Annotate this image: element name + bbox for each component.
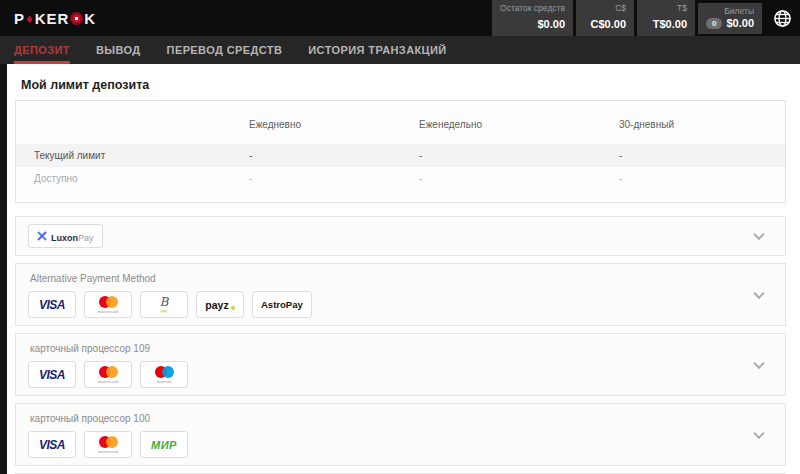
transactions-nav: ДЕПОЗИТ ВЫВОД ПЕРЕВОД СРЕДСТВ ИСТОРИЯ ТР… bbox=[0, 36, 800, 64]
balance-label: Билеты bbox=[706, 6, 754, 17]
logo-diamond-icon: ♦ bbox=[26, 11, 34, 26]
pokerok-logo[interactable]: P♦KERK bbox=[14, 10, 96, 27]
table-row-current-limit: Текущий лимит - - - bbox=[16, 144, 785, 167]
payz-logo: payz bbox=[196, 291, 244, 318]
balance-label: Остаток средств bbox=[500, 3, 565, 14]
balance-group: Остаток средств $0.00 C$ C$0.00 T$ T$0.0… bbox=[492, 0, 792, 36]
balance-tdollar: T$ T$0.00 bbox=[637, 0, 695, 36]
page-title: Мой лимит депозита bbox=[21, 78, 786, 92]
method-row-alternative[interactable]: Alternative Payment Method VISA masterca… bbox=[15, 263, 786, 326]
method-label: Alternative Payment Method bbox=[30, 273, 745, 284]
method-row-processor-109[interactable]: карточный процессор 109 VISA mastercard … bbox=[15, 333, 786, 396]
balance-cash: Остаток средств $0.00 bbox=[492, 0, 573, 36]
cell-value: - bbox=[401, 144, 601, 167]
visa-logo: VISA bbox=[28, 361, 76, 388]
tab-transfer[interactable]: ПЕРЕВОД СРЕДСТВ bbox=[167, 36, 283, 64]
mastercard-logo: mastercard bbox=[84, 291, 132, 318]
balance-label: C$ bbox=[584, 3, 626, 14]
chevron-down-icon bbox=[753, 357, 764, 368]
cell-value: - bbox=[601, 167, 785, 190]
deposit-content: Мой лимит депозита Ежедневно Еженедельно… bbox=[0, 64, 800, 474]
logo-chip-icon bbox=[70, 12, 83, 25]
mastercard-logo: mastercard bbox=[84, 431, 132, 458]
payz-dot-icon bbox=[231, 306, 235, 310]
maestro-logo: maestro bbox=[140, 361, 188, 388]
col-30day: 30-дневный bbox=[619, 119, 785, 130]
row-label: Доступно bbox=[16, 167, 231, 190]
luxonpay-x-icon bbox=[37, 231, 47, 241]
balance-value: $0.00 bbox=[537, 18, 565, 30]
method-row-luxonpay[interactable]: LuxonPay bbox=[15, 216, 786, 256]
tab-deposit[interactable]: ДЕПОЗИТ bbox=[14, 36, 70, 64]
balance-tickets: Билеты 0 $0.00 bbox=[698, 3, 762, 34]
chevron-down-icon bbox=[753, 427, 764, 438]
tab-history[interactable]: ИСТОРИЯ ТРАНЗАКЦИЙ bbox=[308, 36, 446, 64]
chevron-down-icon bbox=[753, 287, 764, 298]
cell-value: - bbox=[231, 144, 401, 167]
balance-value: T$0.00 bbox=[653, 18, 687, 30]
tab-withdrawal[interactable]: ВЫВОД bbox=[96, 36, 141, 64]
visa-logo: VISA bbox=[28, 291, 76, 318]
bpay-logo: B pay bbox=[140, 291, 188, 318]
method-row-processor-100[interactable]: карточный процессор 100 VISA mastercard … bbox=[15, 403, 786, 466]
balance-cdollar: C$ C$0.00 bbox=[576, 0, 634, 36]
col-daily: Ежедневно bbox=[249, 119, 419, 130]
deposit-limits-table: Ежедневно Еженедельно 30-дневный Текущий… bbox=[15, 100, 786, 203]
cell-value: - bbox=[601, 144, 785, 167]
balance-value: $0.00 bbox=[726, 17, 754, 30]
cell-value: - bbox=[401, 167, 601, 190]
logo-text: K bbox=[84, 10, 96, 27]
mir-logo: МИР bbox=[140, 431, 188, 458]
language-globe-icon[interactable] bbox=[773, 9, 792, 28]
astropay-logo: AstroPay bbox=[252, 291, 312, 318]
logo-text: P bbox=[14, 10, 25, 27]
logo-text: KER bbox=[35, 10, 70, 27]
mastercard-logo: mastercard bbox=[84, 361, 132, 388]
table-row-available: Доступно - - - bbox=[16, 167, 785, 190]
visa-logo: VISA bbox=[28, 431, 76, 458]
balance-label: T$ bbox=[645, 3, 687, 14]
chevron-down-icon bbox=[753, 229, 764, 240]
method-label: карточный процессор 109 bbox=[30, 343, 745, 354]
method-label: карточный процессор 100 bbox=[30, 413, 745, 424]
col-weekly: Еженедельно bbox=[419, 119, 619, 130]
top-bar: P♦KERK Остаток средств $0.00 C$ C$0.00 T… bbox=[0, 0, 800, 36]
balance-value: C$0.00 bbox=[591, 18, 626, 30]
row-label: Текущий лимит bbox=[16, 144, 231, 167]
cell-value: - bbox=[231, 167, 401, 190]
tickets-count-badge: 0 bbox=[706, 18, 722, 29]
limits-header-row: Ежедневно Еженедельно 30-дневный bbox=[16, 111, 785, 144]
luxonpay-logo: LuxonPay bbox=[28, 224, 103, 248]
